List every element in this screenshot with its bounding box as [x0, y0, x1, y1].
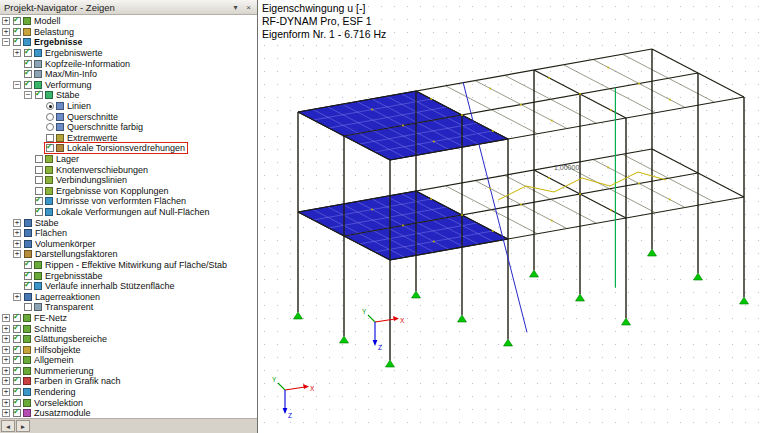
tree-item[interactable]: Lager: [0, 154, 257, 165]
checkbox[interactable]: ✓: [13, 335, 21, 343]
tree-item[interactable]: ✓Lokale Torsionsverdrehungen: [0, 143, 257, 154]
tree-item[interactable]: Querschnitte farbig: [0, 122, 257, 133]
checkbox[interactable]: ✓: [13, 325, 21, 333]
checkbox[interactable]: ✓: [13, 38, 21, 46]
tree-expander-icon[interactable]: +: [2, 388, 10, 396]
checkbox[interactable]: [35, 155, 43, 163]
radio-button[interactable]: [46, 123, 54, 131]
panel-close-icon[interactable]: ×: [242, 1, 255, 13]
tree-item[interactable]: +Volumenkörper: [0, 238, 257, 249]
tree-item[interactable]: +✓Ergebniswerte: [0, 48, 257, 59]
checkbox[interactable]: ✓: [13, 377, 21, 385]
tree-expander-icon[interactable]: +: [13, 240, 21, 248]
tree-item[interactable]: +✓Allgemein: [0, 355, 257, 366]
checkbox[interactable]: ✓: [13, 17, 21, 25]
checkbox[interactable]: ✓: [13, 346, 21, 354]
tree-expander-icon[interactable]: +: [2, 377, 10, 385]
tree-item[interactable]: −✓Ergebnisse: [0, 37, 257, 48]
tree-item[interactable]: −✓Stäbe: [0, 90, 257, 101]
tree-item[interactable]: +✓Farben in Grafik nach: [0, 376, 257, 387]
navigator-titlebar[interactable]: Projekt-Navigator - Zeigen ▾ ×: [0, 0, 257, 15]
tree-item[interactable]: Extremwerte: [0, 133, 257, 144]
tree-expander-icon[interactable]: +: [2, 409, 10, 417]
tree-expander-icon[interactable]: +: [13, 229, 21, 237]
tree-expander-icon[interactable]: +: [13, 293, 21, 301]
checkbox[interactable]: ✓: [13, 409, 21, 417]
tree-expander-icon[interactable]: +: [2, 346, 10, 354]
tree-item-label: Ergebnisse: [33, 37, 84, 47]
checkbox[interactable]: ✓: [24, 81, 32, 89]
checkbox[interactable]: [35, 166, 43, 174]
tree-item[interactable]: ✓Max/Min-Info: [0, 69, 257, 80]
tree-item[interactable]: +Darstellungsfaktoren: [0, 249, 257, 260]
tree-expander-icon[interactable]: +: [13, 49, 21, 57]
tree-expander-icon[interactable]: −: [2, 38, 10, 46]
checkbox[interactable]: ✓: [13, 314, 21, 322]
tree-item[interactable]: +Flächen: [0, 228, 257, 239]
tree-item[interactable]: ✓Lokale Verformungen auf Null-Flächen: [0, 207, 257, 218]
checkbox[interactable]: ✓: [35, 208, 43, 216]
radio-button[interactable]: [46, 113, 54, 121]
tree-item[interactable]: +✓Modell: [0, 16, 257, 27]
tree-item[interactable]: +Stäbe: [0, 217, 257, 228]
tree-item[interactable]: ✓Verläufe innerhalb Stützenfläche: [0, 281, 257, 292]
tree-item[interactable]: ✓Rippen - Effektive Mitwirkung auf Fläch…: [0, 260, 257, 271]
tree-expander-icon[interactable]: +: [13, 250, 21, 258]
tree-item[interactable]: +✓Nummerierung: [0, 366, 257, 377]
checkbox[interactable]: ✓: [13, 28, 21, 36]
tree-item[interactable]: Querschnitte: [0, 111, 257, 122]
tree-item[interactable]: +✓Zusatzmodule: [0, 408, 257, 418]
tree-item[interactable]: +✓Hilfsobjekte: [0, 344, 257, 355]
result-marker: [520, 104, 522, 106]
model-origin-axes-y-label: Y: [362, 308, 367, 315]
tree-item[interactable]: +✓Glättungsbereiche: [0, 334, 257, 345]
tree-item[interactable]: Linien: [0, 101, 257, 112]
tree-expander-icon[interactable]: +: [2, 399, 10, 407]
tree-expander-icon[interactable]: +: [2, 314, 10, 322]
checkbox[interactable]: ✓: [24, 282, 32, 290]
panel-menu-icon[interactable]: ▾: [229, 1, 242, 13]
checkbox[interactable]: ✓: [24, 70, 32, 78]
radio-button[interactable]: [46, 102, 54, 110]
tree-item[interactable]: +✓Belastung: [0, 27, 257, 38]
checkbox[interactable]: ✓: [35, 197, 43, 205]
tree-item[interactable]: Transparent: [0, 302, 257, 313]
checkbox[interactable]: [46, 134, 54, 142]
checkbox[interactable]: ✓: [35, 91, 43, 99]
tree-expander-icon[interactable]: +: [13, 219, 21, 227]
tree-item[interactable]: +✓Rendering: [0, 387, 257, 398]
checkbox[interactable]: [24, 303, 32, 311]
tree-item[interactable]: +✓Vorselektion: [0, 397, 257, 408]
tree-item[interactable]: +✓FE-Netz: [0, 313, 257, 324]
tree-expander-icon[interactable]: +: [2, 28, 10, 36]
checkbox[interactable]: ✓: [13, 367, 21, 375]
graphics-viewport[interactable]: 1,00000XYZXYZ Eigenschwingung u [-] RF-D…: [258, 0, 760, 433]
tree-item[interactable]: Knotenverschiebungen: [0, 164, 257, 175]
support-icon: [622, 318, 631, 325]
tree-expander-icon[interactable]: −: [24, 91, 32, 99]
tree-expander-icon[interactable]: −: [13, 81, 21, 89]
tree-item[interactable]: ✓Ergebnisstäbe: [0, 270, 257, 281]
checkbox[interactable]: [35, 176, 43, 184]
checkbox[interactable]: ✓: [13, 399, 21, 407]
checkbox[interactable]: ✓: [24, 60, 32, 68]
tree-expander-icon[interactable]: +: [2, 356, 10, 364]
checkbox[interactable]: ✓: [13, 356, 21, 364]
checkbox[interactable]: ✓: [24, 49, 32, 57]
tree-item[interactable]: Verbindungslinien: [0, 175, 257, 186]
tree-expander-icon[interactable]: +: [2, 335, 10, 343]
tree-item[interactable]: +Lagerreaktionen: [0, 291, 257, 302]
tree-item-label: Extremwerte: [66, 133, 119, 143]
tree-expander-icon[interactable]: +: [2, 367, 10, 375]
tree-item[interactable]: +✓Schnitte: [0, 323, 257, 334]
tree-expander-icon[interactable]: +: [2, 17, 10, 25]
checkbox[interactable]: ✓: [13, 388, 21, 396]
checkbox[interactable]: ✓: [24, 261, 32, 269]
checkbox[interactable]: ✓: [46, 144, 54, 152]
tree-expander-icon[interactable]: +: [2, 325, 10, 333]
tab-scroll-right-button[interactable]: ►: [16, 420, 30, 432]
tab-scroll-left-button[interactable]: ◄: [1, 420, 15, 432]
tree-item[interactable]: ✓Kopfzeile-Information: [0, 58, 257, 69]
checkbox[interactable]: [35, 187, 43, 195]
checkbox[interactable]: ✓: [24, 272, 32, 280]
